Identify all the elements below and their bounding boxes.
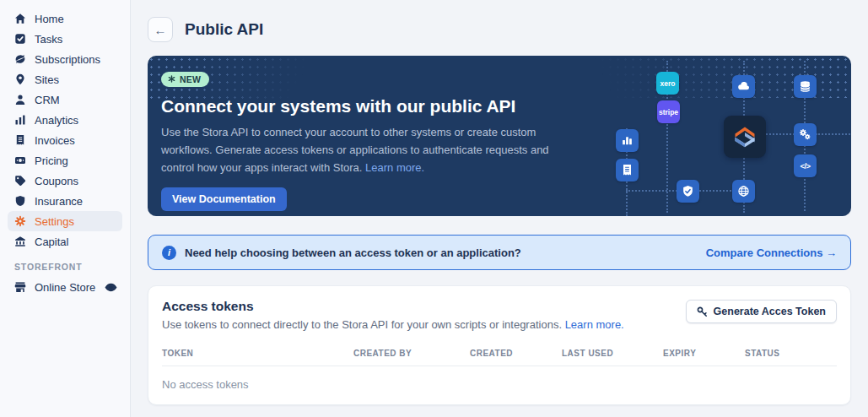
key-icon: [697, 306, 708, 317]
sidebar-item-insurance[interactable]: Insurance: [8, 191, 122, 211]
sidebar-item-invoices[interactable]: Invoices: [8, 130, 122, 150]
receipt-icon: [621, 164, 633, 176]
code-tile: </>: [794, 154, 817, 177]
sidebar-item-label: Home: [35, 13, 64, 25]
preview-eye-icon[interactable]: [105, 281, 117, 294]
banner-learn-more-link[interactable]: Learn more.: [365, 161, 424, 174]
sidebar-item-online-store[interactable]: Online Store: [8, 277, 122, 297]
connector-line: [766, 133, 795, 135]
receipt-tile: [616, 159, 639, 181]
column-header-expiry: EXPIRY: [663, 349, 745, 358]
globe-icon: [737, 185, 750, 198]
alert-text: Need help choosing between an access tok…: [185, 246, 698, 259]
banner-heading: Connect your systems with our public API: [161, 96, 838, 116]
subscriptions-icon: [14, 53, 26, 65]
stora-logo-tile: [724, 116, 766, 158]
sidebar-item-capital[interactable]: Capital: [8, 231, 122, 252]
sidebar-item-label: Subscriptions: [35, 53, 100, 66]
sidebar-item-label: CRM: [35, 94, 60, 106]
sidebar-item-label: Insurance: [35, 195, 83, 208]
analytics-icon: [14, 114, 26, 126]
column-header-status: STATUS: [745, 349, 837, 358]
bar-chart-icon: [621, 134, 633, 147]
sidebar-item-crm[interactable]: CRM: [8, 89, 122, 110]
column-header-last-used: LAST USED: [562, 349, 663, 358]
shield-check-icon: [682, 185, 694, 198]
sidebar-item-label: Online Store: [35, 281, 95, 294]
bar-chart-tile: [616, 129, 639, 152]
compare-connections-link[interactable]: Compare Connections →: [706, 246, 837, 259]
settings-gear-icon: [14, 215, 26, 227]
sidebar-item-coupons[interactable]: Coupons: [8, 171, 122, 191]
help-alert: i Need help choosing between an access t…: [148, 235, 851, 270]
banner-description: Use the Stora API to connect your accoun…: [161, 123, 585, 176]
capital-bank-icon: [14, 236, 26, 247]
invoices-icon: [14, 134, 26, 146]
gears-icon: [799, 128, 811, 141]
new-badge: NEW: [161, 72, 209, 87]
sidebar-item-label: Analytics: [35, 114, 78, 127]
sidebar-item-pricing[interactable]: Pricing: [8, 150, 122, 171]
code-icon: </>: [800, 161, 810, 171]
column-header-token: TOKEN: [162, 349, 353, 358]
sidebar-item-analytics[interactable]: Analytics: [8, 110, 122, 130]
database-tile: [794, 75, 817, 98]
sidebar-item-label: Capital: [35, 236, 68, 248]
sidebar: Home Tasks Subscriptions Sites CRM Analy…: [0, 0, 131, 417]
info-icon: i: [162, 246, 176, 260]
tasks-icon: [14, 33, 26, 45]
access-tokens-card: Access tokens Use tokens to connect dire…: [148, 285, 851, 405]
sidebar-item-tasks[interactable]: Tasks: [8, 29, 122, 49]
stripe-tile: stripe: [657, 100, 680, 123]
public-api-banner: NEW Connect your systems with our public…: [148, 56, 851, 216]
column-header-created: CREATED: [470, 349, 562, 358]
home-icon: [14, 13, 26, 24]
tokens-learn-more-link[interactable]: Learn more.: [565, 318, 624, 331]
connector-line: [816, 133, 850, 135]
sparkle-icon: [168, 75, 175, 83]
back-button[interactable]: ←: [148, 17, 173, 42]
tokens-table-header: TOKEN CREATED BY CREATED LAST USED EXPIR…: [162, 349, 837, 366]
globe-tile: [732, 180, 755, 203]
cloud-tile: [732, 75, 755, 98]
coupons-icon: [14, 175, 26, 187]
page-title: Public API: [185, 20, 263, 39]
sidebar-item-home[interactable]: Home: [8, 8, 122, 29]
generate-access-token-button[interactable]: Generate Acces Token: [686, 300, 837, 323]
sidebar-item-label: Pricing: [35, 154, 68, 167]
sites-icon: [14, 73, 26, 85]
storefront-section-label: STOREFRONT: [8, 262, 122, 272]
sidebar-item-label: Coupons: [35, 175, 78, 187]
stora-logo: [730, 122, 760, 152]
column-header-created-by: CREATED BY: [353, 349, 470, 358]
cloud-icon: [737, 80, 750, 93]
sidebar-item-settings[interactable]: Settings: [8, 211, 122, 231]
database-icon: [799, 80, 811, 93]
shield-check-tile: [677, 180, 699, 203]
sidebar-item-sites[interactable]: Sites: [8, 69, 122, 89]
pricing-icon: [14, 154, 26, 166]
sidebar-item-label: Invoices: [35, 134, 75, 147]
storefront-icon: [14, 281, 26, 293]
empty-state-text: No access tokens: [162, 378, 837, 391]
crm-icon: [14, 94, 26, 106]
page-header: ← Public API: [148, 17, 851, 42]
xero-tile: xero: [656, 72, 679, 95]
view-documentation-button[interactable]: View Documentation: [161, 187, 287, 211]
sidebar-item-subscriptions[interactable]: Subscriptions: [8, 49, 122, 69]
halftone-dots-right: [455, 56, 851, 98]
insurance-icon: [14, 195, 26, 207]
sidebar-item-label: Sites: [35, 73, 59, 86]
gears-tile: [794, 123, 817, 146]
sidebar-item-label: Settings: [35, 215, 74, 228]
main-content: ← Public API NEW Connect your systems wi…: [131, 0, 868, 417]
sidebar-item-label: Tasks: [35, 33, 62, 46]
new-badge-label: NEW: [180, 74, 201, 84]
back-arrow-icon: ←: [154, 24, 167, 36]
